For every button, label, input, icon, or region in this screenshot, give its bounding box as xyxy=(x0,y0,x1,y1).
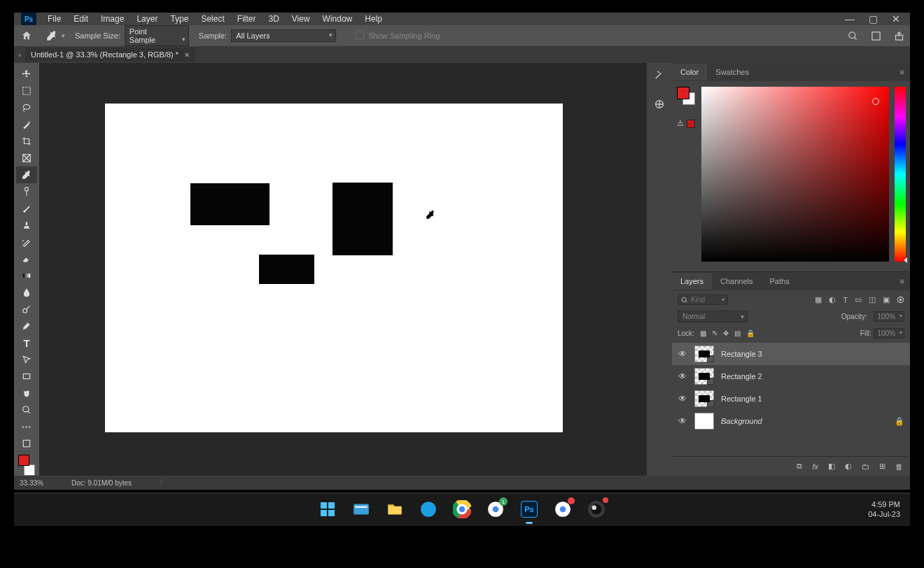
layers-panel-menu-icon[interactable]: ≡ xyxy=(900,277,910,285)
brush-tool[interactable] xyxy=(16,200,37,217)
group-icon[interactable]: 🗀 xyxy=(862,462,869,471)
marquee-tool[interactable] xyxy=(16,83,37,99)
delete-layer-icon[interactable]: 🗑 xyxy=(895,462,903,471)
doc-info[interactable]: Doc: 9.01M/0 bytes xyxy=(71,479,132,487)
layer-item-background[interactable]: 👁 Background 🔒 xyxy=(672,410,910,432)
frame-icon[interactable] xyxy=(871,31,881,41)
swatches-tab[interactable]: Swatches xyxy=(707,64,757,80)
start-button[interactable] xyxy=(317,499,338,520)
chrome-profile-icon[interactable]: 1 xyxy=(485,499,506,520)
menu-type[interactable]: Type xyxy=(170,14,188,24)
menu-view[interactable]: View xyxy=(292,14,310,24)
sample-size-dropdown[interactable]: Point Sample xyxy=(125,25,189,46)
color-tab[interactable]: Color xyxy=(672,64,707,80)
link-layers-icon[interactable]: ⧉ xyxy=(797,462,802,471)
filter-toggle-icon[interactable]: ⦿ xyxy=(897,296,904,304)
taskbar-app-1[interactable] xyxy=(351,499,372,520)
minimize-button[interactable]: — xyxy=(845,13,855,24)
close-tab-icon[interactable]: ✕ xyxy=(184,51,190,59)
lock-pixels-icon[interactable]: ✎ xyxy=(712,329,718,337)
color-panel-menu-icon[interactable]: ≡ xyxy=(900,68,910,76)
lock-position-icon[interactable]: ✥ xyxy=(723,329,729,337)
layer-thumbnail[interactable] xyxy=(694,368,714,385)
gradient-tool[interactable] xyxy=(16,267,37,284)
lock-transparency-icon[interactable]: ▩ xyxy=(700,329,706,337)
frame-tool[interactable] xyxy=(16,150,37,166)
layer-name[interactable]: Background xyxy=(721,417,762,425)
gamut-warning[interactable]: ⚠ xyxy=(677,119,695,128)
move-tool[interactable] xyxy=(16,66,37,83)
lock-icon[interactable]: 🔒 xyxy=(895,417,904,426)
blend-mode-dropdown[interactable]: Normal xyxy=(678,311,748,322)
path-selection-tool[interactable] xyxy=(16,351,37,368)
zoom-level[interactable]: 33.33% xyxy=(20,479,43,487)
filter-artboard-icon[interactable]: ▣ xyxy=(883,295,890,304)
color-panel-fgbg[interactable] xyxy=(677,87,695,105)
filter-shape-icon[interactable]: ▭ xyxy=(855,295,862,304)
layer-item-rectangle-3[interactable]: 👁 Rectangle 3 xyxy=(672,343,910,365)
rectangle-shape-tool[interactable] xyxy=(16,368,37,385)
new-layer-icon[interactable]: ⊞ xyxy=(879,462,886,471)
status-caret-icon[interactable]: 〉 xyxy=(160,478,167,488)
edge-browser-icon[interactable] xyxy=(418,499,439,520)
crop-tool[interactable] xyxy=(16,133,37,150)
adjustment-layer-icon[interactable]: ◐ xyxy=(845,462,852,471)
menu-3d[interactable]: 3D xyxy=(268,14,279,24)
system-tray-clock[interactable]: 4:59 PM 04-Jul-23 xyxy=(868,499,900,519)
lock-artboard-icon[interactable]: ▤ xyxy=(734,329,741,337)
show-sampling-ring-checkbox[interactable]: Show Sampling Ring xyxy=(356,31,440,40)
menu-select[interactable]: Select xyxy=(201,14,224,24)
paths-tab[interactable]: Paths xyxy=(762,273,798,290)
visibility-toggle-icon[interactable]: 👁 xyxy=(678,416,687,426)
layer-mask-icon[interactable]: ◧ xyxy=(828,462,835,471)
menu-edit[interactable]: Edit xyxy=(74,14,88,24)
menu-file[interactable]: File xyxy=(48,14,61,24)
opacity-input[interactable]: 100% xyxy=(874,311,904,322)
visibility-toggle-icon[interactable]: 👁 xyxy=(678,394,687,404)
layer-search-input[interactable] xyxy=(691,296,719,304)
foreground-color-swatch[interactable] xyxy=(18,455,29,466)
chrome-alt-icon[interactable] xyxy=(552,499,573,520)
obs-icon[interactable] xyxy=(586,499,607,520)
layer-search[interactable]: ▾ xyxy=(678,294,728,305)
clone-stamp-tool[interactable] xyxy=(16,217,37,234)
zoom-tool[interactable] xyxy=(16,402,37,418)
filter-type-icon[interactable]: T xyxy=(843,296,848,304)
menu-help[interactable]: Help xyxy=(365,14,382,24)
document-tab[interactable]: Untitled-1 @ 33.3% (Rectangle 3, RGB/8) … xyxy=(25,48,195,62)
layer-name[interactable]: Rectangle 2 xyxy=(721,372,762,381)
filter-pixel-icon[interactable]: ▦ xyxy=(815,295,822,304)
type-tool[interactable]: T xyxy=(16,334,37,351)
maximize-button[interactable]: ▢ xyxy=(869,13,878,24)
dodge-tool[interactable] xyxy=(16,301,37,318)
layer-item-rectangle-2[interactable]: 👁 Rectangle 2 xyxy=(672,365,910,388)
layer-item-rectangle-1[interactable]: 👁 Rectangle 1 xyxy=(672,388,910,410)
photoshop-taskbar-icon[interactable]: Ps xyxy=(519,499,540,520)
layer-thumbnail[interactable] xyxy=(694,413,714,429)
magic-wand-tool[interactable] xyxy=(16,116,37,133)
canvas[interactable] xyxy=(105,104,563,432)
layer-style-icon[interactable]: fx xyxy=(812,462,818,471)
menu-filter[interactable]: Filter xyxy=(237,14,256,24)
eyedropper-tool-indicator-icon[interactable] xyxy=(43,29,60,43)
menu-layer[interactable]: Layer xyxy=(136,14,158,24)
foreground-background-color[interactable] xyxy=(16,455,37,476)
layer-thumbnail[interactable] xyxy=(694,390,714,407)
history-brush-tool[interactable] xyxy=(16,234,37,250)
layer-name[interactable]: Rectangle 1 xyxy=(721,395,762,403)
fill-input[interactable]: 100% xyxy=(874,328,904,339)
hue-slider[interactable] xyxy=(895,87,906,262)
color-fg-swatch[interactable] xyxy=(677,87,690,99)
visibility-toggle-icon[interactable]: 👁 xyxy=(678,349,687,359)
close-button[interactable]: ✕ xyxy=(892,13,900,24)
hue-slider-handle-icon[interactable] xyxy=(904,257,907,263)
color-field[interactable] xyxy=(701,87,889,262)
menu-window[interactable]: Window xyxy=(323,14,353,24)
menu-image[interactable]: Image xyxy=(101,14,124,24)
filter-adjust-icon[interactable]: ◐ xyxy=(829,295,836,304)
blur-tool[interactable] xyxy=(16,284,37,301)
hand-tool[interactable] xyxy=(16,385,37,402)
layers-tab[interactable]: Layers xyxy=(672,273,712,290)
canvas-viewport[interactable] xyxy=(39,63,647,476)
healing-brush-tool[interactable] xyxy=(16,183,37,200)
